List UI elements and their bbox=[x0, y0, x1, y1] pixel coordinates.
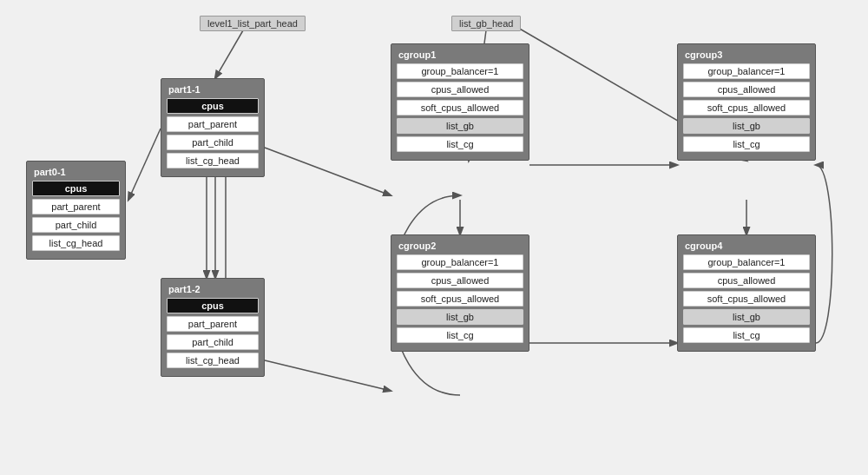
field-cgroup2-2: soft_cpus_allowed bbox=[397, 291, 523, 307]
svg-line-2 bbox=[215, 30, 243, 78]
node-title-part1_2: part1-2 bbox=[167, 284, 259, 294]
field-cgroup1-1: cpus_allowed bbox=[397, 82, 523, 97]
field-part1_2-3: list_cg_head bbox=[167, 353, 259, 368]
field-cgroup2-3: list_gb bbox=[397, 309, 523, 325]
field-part1_1-1: part_parent bbox=[167, 116, 259, 132]
node-part1_2: part1-2cpuspart_parentpart_childlist_cg_… bbox=[161, 278, 265, 377]
field-part1_2-1: part_parent bbox=[167, 316, 259, 332]
field-cgroup4-2: soft_cpus_allowed bbox=[683, 291, 810, 307]
label-list-gb-head: list_gb_head bbox=[451, 16, 521, 31]
field-cgroup4-0: group_balancer=1 bbox=[683, 254, 810, 270]
field-cgroup3-3: list_gb bbox=[683, 118, 810, 134]
node-part0_1: part0-1cpuspart_parentpart_childlist_cg_… bbox=[26, 161, 126, 260]
field-part1_2-2: part_child bbox=[167, 334, 259, 350]
label-level1-list-part-head: level1_list_part_head bbox=[200, 16, 306, 31]
node-title-cgroup4: cgroup4 bbox=[683, 241, 810, 251]
field-cgroup4-4: list_cg bbox=[683, 327, 810, 343]
field-cgroup3-0: group_balancer=1 bbox=[683, 63, 810, 79]
field-part1_2-0: cpus bbox=[167, 298, 259, 313]
field-cgroup4-1: cpus_allowed bbox=[683, 273, 810, 288]
field-part1_1-2: part_child bbox=[167, 135, 259, 150]
node-title-part0_1: part0-1 bbox=[32, 167, 120, 177]
field-cgroup1-0: group_balancer=1 bbox=[397, 63, 523, 79]
field-cgroup2-1: cpus_allowed bbox=[397, 273, 523, 288]
svg-line-9 bbox=[265, 148, 391, 195]
field-part0_1-3: list_cg_head bbox=[32, 235, 120, 251]
field-part1_1-0: cpus bbox=[167, 98, 259, 114]
field-cgroup1-2: soft_cpus_allowed bbox=[397, 100, 523, 115]
svg-line-5 bbox=[128, 129, 161, 200]
field-cgroup2-4: list_cg bbox=[397, 327, 523, 343]
node-title-part1_1: part1-1 bbox=[167, 84, 259, 95]
node-cgroup3: cgroup3group_balancer=1cpus_allowedsoft_… bbox=[677, 43, 816, 161]
field-cgroup2-0: group_balancer=1 bbox=[397, 254, 523, 270]
node-title-cgroup3: cgroup3 bbox=[683, 49, 810, 60]
field-cgroup1-4: list_cg bbox=[397, 136, 523, 152]
field-part1_1-3: list_cg_head bbox=[167, 153, 259, 168]
node-cgroup4: cgroup4group_balancer=1cpus_allowedsoft_… bbox=[677, 234, 816, 352]
field-part0_1-1: part_parent bbox=[32, 199, 120, 214]
node-cgroup2: cgroup2group_balancer=1cpus_allowedsoft_… bbox=[391, 234, 529, 352]
node-title-cgroup2: cgroup2 bbox=[397, 241, 523, 251]
svg-line-10 bbox=[265, 360, 391, 391]
field-part0_1-0: cpus bbox=[32, 181, 120, 196]
node-part1_1: part1-1cpuspart_parentpart_childlist_cg_… bbox=[161, 78, 265, 177]
field-part0_1-2: part_child bbox=[32, 217, 120, 233]
field-cgroup3-1: cpus_allowed bbox=[683, 82, 810, 97]
field-cgroup4-3: list_gb bbox=[683, 309, 810, 325]
field-cgroup1-3: list_gb bbox=[397, 118, 523, 134]
node-cgroup1: cgroup1group_balancer=1cpus_allowedsoft_… bbox=[391, 43, 529, 161]
field-cgroup3-4: list_cg bbox=[683, 136, 810, 152]
diagram: level1_list_part_head list_gb_head part0… bbox=[0, 0, 868, 475]
node-title-cgroup1: cgroup1 bbox=[397, 49, 523, 60]
field-cgroup3-2: soft_cpus_allowed bbox=[683, 100, 810, 115]
